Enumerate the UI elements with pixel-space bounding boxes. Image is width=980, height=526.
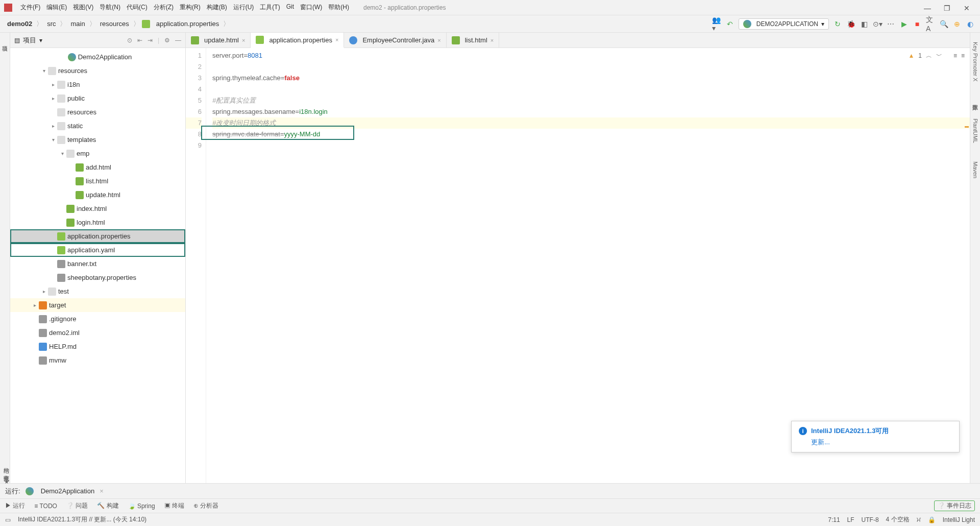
- status-message[interactable]: IntelliJ IDEA2021.1.3可用 // 更新... (今天 14:…: [18, 515, 146, 524]
- menu-item[interactable]: 视图(V): [70, 2, 96, 13]
- bottom-tool-button[interactable]: ≡ TODO: [34, 501, 57, 510]
- next-warn-icon[interactable]: ﹀: [936, 50, 942, 61]
- caret-position[interactable]: 7:11: [828, 516, 840, 523]
- translate-icon[interactable]: 文A: [926, 19, 935, 29]
- inspection-menu-icon[interactable]: ≡: [953, 50, 957, 61]
- project-tree[interactable]: Demo2Application ▾resources▸i18n▸publicr…: [10, 48, 185, 483]
- breadcrumb-item[interactable]: application.properties: [154, 19, 222, 29]
- breadcrumb-item[interactable]: src: [45, 19, 58, 29]
- menu-item[interactable]: 窗口(W): [297, 2, 325, 13]
- tab-close-icon[interactable]: ×: [335, 37, 338, 43]
- tree-row[interactable]: add.html: [10, 160, 185, 174]
- tree-row[interactable]: list.html: [10, 174, 185, 188]
- tree-row[interactable]: update.html: [10, 188, 185, 202]
- popup-link[interactable]: 更新...: [811, 438, 952, 447]
- editor-tab[interactable]: update.html×: [186, 33, 251, 48]
- right-tab-plantuml[interactable]: PlantUML: [971, 114, 979, 147]
- search-icon[interactable]: 🔍: [939, 19, 948, 29]
- tree-arrow[interactable]: ▾: [58, 151, 66, 156]
- avatar-icon[interactable]: ◐: [966, 19, 975, 29]
- tree-arrow[interactable]: ▸: [49, 123, 57, 129]
- menu-item[interactable]: 代码(C): [124, 2, 151, 13]
- bottom-tool-button[interactable]: 🍃 Spring: [128, 501, 155, 510]
- bottom-tool-button[interactable]: ▣ 终端: [164, 501, 184, 510]
- tree-root[interactable]: Demo2Application: [10, 50, 185, 64]
- tree-arrow[interactable]: ▸: [49, 95, 57, 101]
- tree-arrow[interactable]: ▸: [40, 289, 48, 294]
- tree-row[interactable]: login.html: [10, 216, 185, 229]
- theme-name[interactable]: IntelliJ Light: [943, 516, 975, 523]
- code-line[interactable]: [212, 140, 970, 151]
- indent-setting[interactable]: 4 个空格: [886, 515, 910, 524]
- undo-run-icon[interactable]: ↶: [725, 19, 734, 29]
- line-separator[interactable]: LF: [847, 516, 854, 523]
- tree-row[interactable]: ▾templates: [10, 133, 185, 147]
- bottom-tool-button[interactable]: 🔨 构建: [97, 501, 118, 510]
- bottom-tool-button[interactable]: ⊕ 分析器: [193, 501, 218, 510]
- star-icon[interactable]: ★: [0, 479, 10, 485]
- tree-arrow[interactable]: ▾: [49, 137, 57, 142]
- minimize-button[interactable]: —: [924, 4, 931, 11]
- tree-arrow[interactable]: ▸: [31, 302, 39, 308]
- file-encoding[interactable]: UTF-8: [862, 516, 879, 523]
- tree-row[interactable]: ▸static: [10, 119, 185, 133]
- code-line[interactable]: [212, 61, 970, 73]
- tree-row[interactable]: resources: [10, 105, 185, 119]
- tree-arrow[interactable]: ▸: [49, 82, 57, 87]
- users-icon[interactable]: 👥▾: [712, 19, 721, 29]
- expand-icon[interactable]: ⇥: [148, 37, 153, 44]
- tree-row[interactable]: application.properties: [10, 229, 185, 243]
- tree-row[interactable]: ▸test: [10, 284, 185, 298]
- event-log-button[interactable]: ❔ 事件日志: [934, 500, 975, 511]
- mini-map[interactable]: [963, 48, 970, 483]
- collapse-icon[interactable]: ⇤: [137, 37, 142, 44]
- right-tab-database[interactable]: 数据库: [970, 96, 980, 104]
- editor-tab[interactable]: EmployeeController.java×: [344, 33, 446, 48]
- code-line[interactable]: spring.messages.basename=i18n.login: [212, 106, 970, 117]
- tree-row[interactable]: sheepbotany.properties: [10, 271, 185, 284]
- debug-icon[interactable]: 🐞: [846, 19, 855, 29]
- tab-close-icon[interactable]: ×: [491, 37, 494, 43]
- right-tab-keypromoter[interactable]: Key Promoter X: [971, 38, 979, 86]
- hide-icon[interactable]: —: [175, 37, 181, 44]
- git-icon[interactable]: ਮ: [917, 516, 921, 523]
- add-icon[interactable]: ⊕: [952, 19, 962, 29]
- breadcrumb-item[interactable]: main: [68, 19, 87, 29]
- breadcrumb-item[interactable]: resources: [98, 19, 131, 29]
- run-icon[interactable]: ▶: [899, 19, 909, 29]
- close-button[interactable]: ✕: [964, 4, 971, 11]
- run-config-select[interactable]: DEMO2APPLICATION ▾: [739, 18, 829, 30]
- stop-icon[interactable]: ■: [913, 19, 922, 29]
- left-tab-project[interactable]: 项目: [0, 38, 10, 46]
- tree-row[interactable]: ▸public: [10, 91, 185, 105]
- menu-item[interactable]: 导航(N): [96, 2, 124, 13]
- menu-item[interactable]: 文件(F): [17, 2, 43, 13]
- menu-item[interactable]: 构建(B): [204, 2, 230, 13]
- menu-item[interactable]: 运行(U): [230, 2, 257, 13]
- code-line[interactable]: [212, 84, 970, 95]
- target-icon[interactable]: ⊙: [127, 37, 132, 44]
- bottom-tool-button[interactable]: ▶ 运行: [5, 501, 25, 510]
- tree-row[interactable]: ▸i18n: [10, 78, 185, 91]
- bottom-tool-button[interactable]: ❔ 问题: [66, 501, 88, 510]
- run-app-name[interactable]: Demo2Application: [41, 487, 95, 495]
- tree-row[interactable]: application.yaml: [10, 243, 185, 257]
- tree-arrow[interactable]: ▾: [40, 68, 48, 74]
- tree-row[interactable]: demo2.iml: [10, 326, 185, 340]
- prev-warn-icon[interactable]: ︿: [926, 50, 932, 61]
- tab-close-icon[interactable]: ×: [437, 37, 440, 43]
- menu-item[interactable]: 编辑(E): [43, 2, 70, 13]
- profiler-icon[interactable]: ⊙▾: [873, 19, 882, 29]
- editor-tab[interactable]: list.html×: [447, 33, 500, 48]
- status-notification-icon[interactable]: ▭: [5, 516, 11, 523]
- tree-row[interactable]: banner.txt: [10, 257, 185, 271]
- code-line[interactable]: server.port=8081: [212, 50, 970, 61]
- tree-row[interactable]: ▸target: [10, 298, 185, 312]
- menu-item[interactable]: 帮助(H): [325, 2, 352, 13]
- maximize-button[interactable]: ❐: [944, 4, 951, 11]
- inspection-strip[interactable]: ▲ 1 ︿ ﹀ ≡ ≡: [908, 50, 965, 61]
- gear-icon[interactable]: ⚙: [164, 37, 170, 44]
- coverage-icon[interactable]: ◧: [860, 19, 869, 29]
- tree-row[interactable]: index.html: [10, 202, 185, 216]
- tab-close-icon[interactable]: ×: [242, 37, 245, 43]
